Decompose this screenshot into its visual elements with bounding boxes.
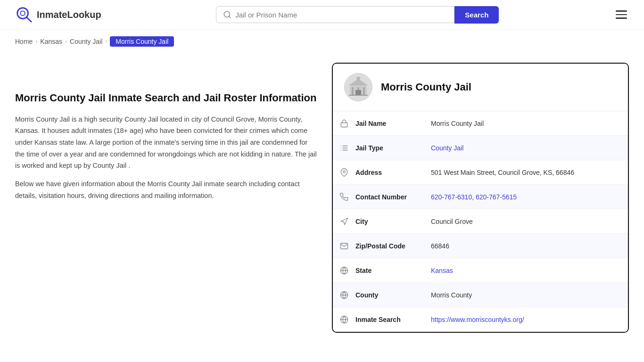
card-header: Morris County Jail <box>333 64 628 111</box>
search-bar: Search <box>216 6 499 24</box>
logo-text: InmateLookup <box>37 9 101 20</box>
city-icon <box>333 217 355 226</box>
logo[interactable]: InmateLookup <box>15 6 101 24</box>
hamburger-line-1 <box>616 10 627 12</box>
info-row: Jail Name Morris County Jail <box>333 111 628 136</box>
svg-point-20 <box>343 171 346 173</box>
svg-rect-6 <box>352 87 354 96</box>
breadcrumb-sep-3: › <box>105 38 107 45</box>
info-value-text: Council Grove <box>431 218 473 225</box>
description-para-1: Morris County Jail is a high security Co… <box>15 114 317 172</box>
svg-rect-8 <box>363 87 365 96</box>
breadcrumb-state[interactable]: Kansas <box>40 38 62 45</box>
info-row: City Council Grove <box>333 209 628 234</box>
info-value: Council Grove <box>431 212 628 231</box>
svg-rect-11 <box>349 95 368 96</box>
svg-marker-9 <box>349 79 368 85</box>
info-label: Inmate Search <box>355 310 431 329</box>
info-value: Morris County Jail <box>431 114 628 133</box>
hamburger-menu[interactable] <box>614 8 629 21</box>
svg-rect-13 <box>341 123 347 127</box>
breadcrumb-type[interactable]: County Jail <box>70 38 102 45</box>
info-value: County Jail <box>431 139 628 157</box>
page-heading: Morris County Jail Inmate Search and Jai… <box>15 91 317 105</box>
pin-icon <box>333 168 355 177</box>
search-button[interactable]: Search <box>454 6 499 24</box>
mail-icon <box>333 242 355 250</box>
globe-icon <box>333 266 355 275</box>
left-column: Morris County Jail Inmate Search and Jai… <box>15 63 317 333</box>
state-link[interactable]: Kansas <box>431 267 453 274</box>
info-label: County <box>355 286 431 304</box>
info-label: City <box>355 212 431 231</box>
info-row: Jail Type County Jail <box>333 136 628 160</box>
breadcrumb-current: Morris County Jail <box>110 36 174 47</box>
phone-icon <box>333 193 355 201</box>
info-value: 66846 <box>431 237 628 255</box>
info-value-text: 66846 <box>431 242 449 250</box>
info-value: Kansas <box>431 261 628 280</box>
jail-type-link[interactable]: County Jail <box>431 144 463 152</box>
breadcrumb-home[interactable]: Home <box>15 38 33 45</box>
card-title: Morris County Jail <box>381 81 471 93</box>
hamburger-line-3 <box>616 17 627 19</box>
info-label: Jail Type <box>355 139 431 157</box>
search-input[interactable] <box>235 11 447 19</box>
info-row: Contact Number 620-767-6310, 620-767-561… <box>333 185 628 209</box>
jail-icon <box>333 119 355 128</box>
info-value-text: 501 West Main Street, Council Grove, KS,… <box>431 169 574 176</box>
contact-number-link[interactable]: 620-767-6310, 620-767-5615 <box>431 193 517 201</box>
breadcrumb-sep-2: › <box>65 38 67 45</box>
list-icon <box>333 144 355 152</box>
description-para-2: Below we have given information about th… <box>15 178 317 201</box>
info-rows-container: Jail Name Morris County Jail Jail Type C… <box>333 111 628 332</box>
header: InmateLookup Search <box>0 0 644 30</box>
search-input-wrap <box>216 6 454 23</box>
info-value-text: Morris County Jail <box>431 120 484 127</box>
right-column: Morris County Jail Jail Name Morris Coun… <box>332 63 629 333</box>
info-label: State <box>355 261 431 280</box>
info-value-text: Morris County <box>431 291 472 299</box>
svg-marker-21 <box>341 218 347 224</box>
info-card: Morris County Jail Jail Name Morris Coun… <box>332 63 629 333</box>
county-icon <box>333 291 355 299</box>
svg-line-4 <box>229 16 231 17</box>
courthouse-icon <box>347 76 370 99</box>
info-label: Zip/Postal Code <box>355 237 431 255</box>
info-label: Address <box>355 163 431 182</box>
search-icon <box>333 315 355 324</box>
info-value: 620-767-6310, 620-767-5615 <box>431 188 628 206</box>
jail-avatar <box>344 73 372 101</box>
info-value: https://www.morriscountyks.org/ <box>431 310 628 329</box>
breadcrumb-sep-1: › <box>35 38 37 45</box>
svg-line-2 <box>27 17 31 22</box>
hamburger-line-2 <box>616 14 627 16</box>
info-row: Zip/Postal Code 66846 <box>333 234 628 258</box>
info-row: State Kansas <box>333 258 628 283</box>
logo-icon <box>15 6 33 24</box>
info-value: Morris County <box>431 286 628 304</box>
svg-rect-12 <box>356 77 360 80</box>
breadcrumb: Home › Kansas › County Jail › Morris Cou… <box>0 30 644 53</box>
info-row: County Morris County <box>333 283 628 307</box>
info-label: Jail Name <box>355 114 431 133</box>
svg-point-1 <box>20 11 25 16</box>
inmate-search-link[interactable]: https://www.morriscountyks.org/ <box>431 316 524 323</box>
info-label: Contact Number <box>355 188 431 206</box>
search-icon <box>223 10 231 19</box>
info-value: 501 West Main Street, Council Grove, KS,… <box>431 163 628 182</box>
main-layout: Morris County Jail Inmate Search and Jai… <box>0 53 644 352</box>
info-row: Inmate Search https://www.morriscountyks… <box>333 307 628 332</box>
info-row: Address 501 West Main Street, Council Gr… <box>333 160 628 185</box>
